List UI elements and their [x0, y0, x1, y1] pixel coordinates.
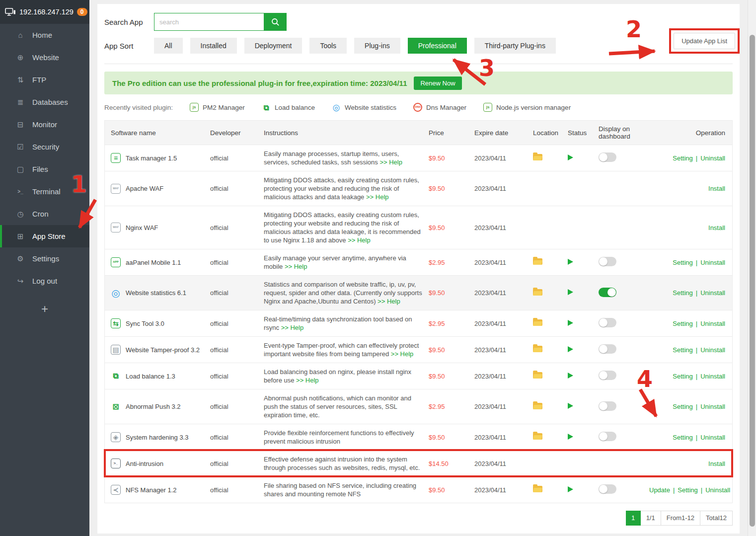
help-link[interactable]: >> Help: [283, 263, 307, 270]
uninstall-link[interactable]: Uninstall: [700, 434, 725, 441]
uninstall-link[interactable]: Uninstall: [700, 320, 725, 327]
tab-third-party-plug-ins[interactable]: Third-party Plug-ins: [474, 38, 556, 54]
tab-professional[interactable]: Professional: [408, 38, 467, 54]
recent-plugin-dns-manager[interactable]: DNSDns Manager: [413, 103, 466, 112]
uninstall-link[interactable]: Uninstall: [700, 154, 725, 162]
install-link[interactable]: Install: [708, 460, 725, 467]
dashboard-toggle[interactable]: [599, 257, 616, 266]
expire-date-cell: 2023/04/11: [474, 373, 533, 380]
sidebar-item-label: Cron: [32, 210, 49, 218]
pro-banner: The Pro edition can use the professional…: [104, 72, 733, 94]
help-link[interactable]: >> Help: [279, 324, 303, 331]
uninstall-link[interactable]: Uninstall: [705, 486, 730, 494]
page-number[interactable]: 1: [626, 511, 641, 526]
folder-icon[interactable]: [533, 486, 542, 492]
folder-icon[interactable]: [533, 258, 542, 265]
help-link[interactable]: >> Help: [364, 193, 388, 201]
dashboard-toggle[interactable]: [599, 484, 616, 494]
folder-icon[interactable]: [533, 372, 542, 379]
sidebar-item-files[interactable]: ▢Files: [0, 158, 89, 180]
setting-link[interactable]: Setting: [673, 154, 692, 162]
setting-link[interactable]: Setting: [673, 289, 692, 297]
uninstall-link[interactable]: Uninstall: [700, 403, 725, 410]
sidebar-item-settings[interactable]: ⚙Settings: [0, 247, 89, 270]
scrollbar-track[interactable]: [748, 0, 756, 536]
sidebar-item-security[interactable]: ☑Security: [0, 136, 89, 158]
install-link[interactable]: Install: [708, 224, 725, 231]
tab-plug-ins[interactable]: Plug-ins: [354, 38, 400, 54]
folder-icon[interactable]: [533, 289, 542, 296]
help-link[interactable]: >> Help: [378, 158, 402, 166]
dashboard-toggle[interactable]: [599, 288, 616, 297]
recent-plugin-load-balance[interactable]: ⧉Load balance: [262, 103, 315, 112]
search-input[interactable]: [154, 13, 264, 31]
recent-plugin-node-js-version-manager[interactable]: jsNode.js version manager: [483, 103, 571, 112]
dashboard-toggle[interactable]: [599, 401, 616, 411]
sidebar-item-label: Terminal: [32, 187, 61, 196]
folder-icon[interactable]: [533, 346, 542, 352]
update-link[interactable]: Update: [649, 486, 670, 494]
tamper-proof-icon: ▤: [111, 345, 121, 355]
dashboard-toggle[interactable]: [599, 344, 616, 354]
software-name-cell: ⇆Sync Tool 3.0: [111, 318, 210, 328]
install-link[interactable]: Install: [708, 185, 725, 192]
folder-icon[interactable]: [533, 433, 542, 440]
sidebar-item-ftp[interactable]: ⇅FTP: [0, 69, 89, 91]
tab-installed[interactable]: Installed: [190, 38, 237, 54]
help-link[interactable]: >> Help: [348, 236, 371, 244]
sidebar-item-monitor[interactable]: ⊟Monitor: [0, 113, 89, 136]
sidebar-item-cron[interactable]: ◷Cron: [0, 203, 89, 225]
terminal-icon: >_: [16, 189, 25, 194]
sidebar-item-home[interactable]: ⌂Home: [0, 24, 89, 46]
uninstall-link[interactable]: Uninstall: [700, 373, 725, 380]
abnormal-push-icon: ⊠: [111, 402, 121, 412]
price-cell: $14.50: [429, 460, 474, 467]
expire-date-cell: 2023/04/11: [474, 154, 533, 162]
table-row: ⇆Sync Tool 3.0officialReal-time/timing d…: [105, 310, 732, 336]
uninstall-link[interactable]: Uninstall: [700, 259, 725, 266]
uninstall-link[interactable]: Uninstall: [700, 289, 725, 297]
setting-link[interactable]: Setting: [673, 320, 692, 327]
setting-link[interactable]: Setting: [678, 486, 697, 494]
setting-link[interactable]: Setting: [673, 373, 692, 380]
search-button[interactable]: [264, 13, 287, 31]
nginx-waf-icon: WAF: [111, 223, 121, 232]
sidebar-item-website[interactable]: ⊕Website: [0, 46, 89, 69]
server-header[interactable]: 192.168.247.129 0: [0, 0, 89, 24]
dashboard-toggle[interactable]: [599, 153, 616, 162]
sidebar-item-log-out[interactable]: ↪Log out: [0, 270, 89, 292]
status-cell: [568, 486, 599, 494]
recent-plugin-pm2-manager[interactable]: jsPM2 Manager: [190, 103, 245, 112]
folder-icon[interactable]: [533, 403, 542, 409]
column-header-display-on-dashboard: Display on dashboard: [599, 125, 649, 140]
help-link[interactable]: >> Help: [294, 377, 318, 384]
folder-icon[interactable]: [533, 319, 542, 326]
folder-icon[interactable]: [533, 154, 542, 160]
scrollbar-thumb[interactable]: [750, 35, 755, 527]
status-cell: [568, 259, 599, 266]
settings-icon: ⚙: [16, 254, 25, 263]
dashboard-toggle[interactable]: [599, 318, 616, 327]
sidebar-add-button[interactable]: +: [0, 302, 89, 316]
dashboard-toggle[interactable]: [599, 371, 616, 380]
sidebar-item-databases[interactable]: ≣Databases: [0, 91, 89, 113]
notification-badge[interactable]: 0: [77, 8, 87, 16]
dashboard-toggle[interactable]: [599, 432, 616, 441]
help-link[interactable]: >> Help: [378, 298, 400, 305]
instructions-cell: Mitigating DDOS attacks, easily creating…: [264, 176, 429, 201]
tab-all[interactable]: All: [154, 38, 183, 54]
update-app-list-button[interactable]: Update App List: [674, 33, 735, 49]
sidebar-item-app-store[interactable]: ⊞App Store: [0, 225, 89, 247]
setting-link[interactable]: Setting: [673, 434, 692, 441]
renew-now-button[interactable]: Renew Now: [414, 77, 461, 90]
tab-deployment[interactable]: Deployment: [244, 38, 302, 54]
setting-link[interactable]: Setting: [673, 259, 692, 266]
sidebar-item-terminal[interactable]: >_Terminal: [0, 180, 89, 203]
setting-link[interactable]: Setting: [673, 403, 692, 410]
setting-link[interactable]: Setting: [673, 346, 692, 354]
tab-tools[interactable]: Tools: [309, 38, 347, 54]
help-link[interactable]: >> Help: [389, 350, 413, 358]
recent-plugin-website-statistics[interactable]: ◎Website statistics: [332, 103, 396, 112]
server-ip: 192.168.247.129: [19, 8, 74, 16]
uninstall-link[interactable]: Uninstall: [700, 346, 725, 354]
